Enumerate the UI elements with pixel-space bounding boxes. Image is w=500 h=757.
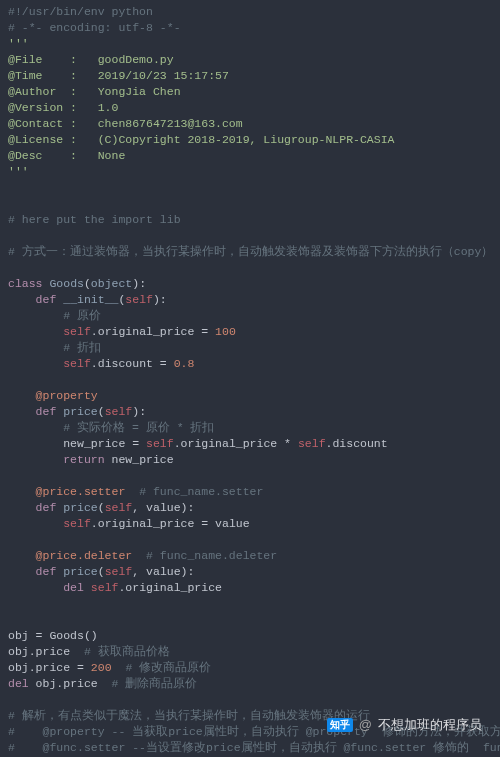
doc-contact: @Contact : chen867647213@163.com [8,117,243,130]
param-value: value [146,565,181,578]
comment-import: # here put the import lib [8,213,181,226]
encoding-line: # -*- encoding: utf-8 -*- [8,21,181,34]
kw-def: def [36,405,57,418]
doc-file: @File : goodDemo.py [8,53,174,66]
comment-method1: # 方式一：通过装饰器，当执行某操作时，自动触发装饰器及装饰器下方法的执行（co… [8,245,493,258]
attr-original-price: original_price [98,517,195,530]
self-ref: self [91,581,119,594]
attr-original-price: original_price [125,581,222,594]
val-08: 0.8 [174,357,195,370]
self-ref: self [146,437,174,450]
self-param: self [105,501,133,514]
comment-set: # 修改商品原价 [125,661,211,674]
doc-time: @Time : 2019/10/23 15:17:57 [8,69,229,82]
comment-explain-2: # @property -- 当获取price属性时，自动执行 @propert… [8,725,500,738]
docstring-close: ''' [8,165,29,178]
var-new-price: new_price [63,437,125,450]
kw-class: class [8,277,43,290]
comment-del: # 删除商品原价 [112,677,198,690]
comment-explain-3: # @func.setter --当设置修改price属性时，自动执行 @fun… [8,741,500,754]
fn-price: price [63,405,98,418]
base-class: object [91,277,132,290]
attr-price: price [36,645,71,658]
doc-author: @Author : YongJia Chen [8,85,187,98]
decorator-setter: @price.setter [36,485,126,498]
kw-def: def [36,293,57,306]
fn-price-deleter: price [63,565,98,578]
kw-return: return [63,453,104,466]
fn-price-setter: price [63,501,98,514]
self-param: self [105,405,133,418]
attr-discount: discount [332,437,387,450]
line-obj-create: obj = Goods() [8,629,98,642]
attr-price: price [63,677,98,690]
self-ref: self [298,437,326,450]
attr-discount: discount [98,357,153,370]
code-block: #!/usr/bin/env python # -*- encoding: ut… [0,0,500,757]
comment-setter: # func_name.setter [139,485,263,498]
kw-del: del [8,677,29,690]
doc-version: @Version : 1.0 [8,101,118,114]
self-ref: self [63,325,91,338]
kw-def: def [36,501,57,514]
self-ref: self [63,517,91,530]
decorator-property: @property [36,389,98,402]
var-value: value [215,517,250,530]
var-new-price: new_price [112,453,174,466]
val-200: 200 [91,661,112,674]
kw-def: def [36,565,57,578]
kw-del: del [63,581,84,594]
comment-orig: # 原价 [63,309,101,322]
comment-disc: # 折扣 [63,341,101,354]
attr-original-price: original_price [181,437,278,450]
param-value: value [146,501,181,514]
comment-get: # 获取商品价格 [84,645,170,658]
attr-price: price [36,661,71,674]
docstring-open: ''' [8,37,29,50]
comment-actual: # 实际价格 = 原价 * 折扣 [63,421,214,434]
class-name: Goods [49,277,84,290]
self-param: self [105,565,133,578]
fn-init: __init__ [63,293,118,306]
attr-original-price: original_price [98,325,195,338]
doc-license: @License : (C)Copyright 2018-2019, Liugr… [8,133,394,146]
self-param: self [125,293,153,306]
self-ref: self [63,357,91,370]
shebang: #!/usr/bin/env python [8,5,153,18]
doc-desc: @Desc : None [8,149,125,162]
decorator-deleter: @price.deleter [36,549,133,562]
comment-deleter: # func_name.deleter [146,549,277,562]
comment-explain-1: # 解析，有点类似于魔法，当执行某操作时，自动触发装饰器的运行 [8,709,370,722]
val-100: 100 [215,325,236,338]
